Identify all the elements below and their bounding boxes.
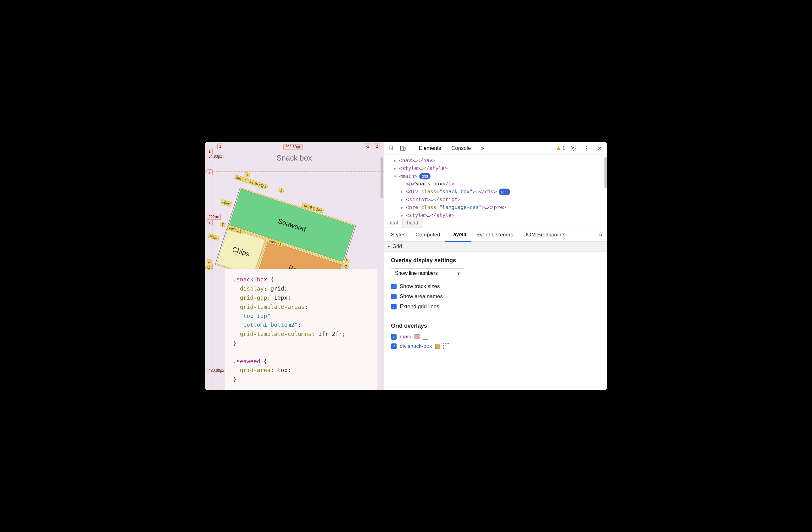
grid-line-number: 1 [217, 143, 223, 149]
dom-node[interactable]: ▶<script>…</script> [390, 196, 605, 204]
disclosure-triangle-icon: ▼ [387, 244, 391, 248]
close-icon[interactable] [595, 143, 605, 153]
styles-subtabs: Styles Computed Layout Event Listeners D… [384, 228, 607, 242]
color-swatch[interactable] [435, 344, 440, 349]
dom-node[interactable]: ▶<div class="snack-box">…</div>grid [390, 188, 605, 196]
warning-icon [556, 146, 561, 151]
grid-dimension: 80px [208, 233, 219, 241]
grid-section-header[interactable]: ▼ Grid [384, 242, 607, 252]
device-toolbar-icon[interactable] [398, 143, 408, 153]
page-preview: 1 -1 2 393.60px 1 64.80px 2 222px 3 3 48… [205, 142, 384, 390]
grid-overlay-row: ✓ div.snack-box [391, 343, 600, 349]
color-swatch[interactable] [415, 334, 420, 339]
breadcrumb: html head [384, 218, 607, 228]
checkbox[interactable]: ✓ [391, 284, 396, 289]
grid-line-number: 2 [207, 169, 213, 175]
subtab-event-listeners[interactable]: Event Listeners [472, 228, 518, 242]
svg-point-5 [586, 148, 587, 149]
dom-node[interactable]: ▶<style>…</style> [390, 212, 605, 218]
devtools-panel: Elements Console » 1 ▶<nav>…</nav>▶<st [384, 142, 607, 390]
highlight-element-icon[interactable] [423, 334, 428, 340]
grid-dimension: 80px [220, 199, 232, 207]
gridline-v [213, 142, 213, 390]
settings-icon[interactable] [568, 143, 578, 153]
dom-node[interactable]: ▶<style>…</style> [390, 165, 605, 172]
svg-point-4 [586, 146, 587, 147]
svg-rect-2 [404, 147, 405, 150]
svg-rect-1 [401, 146, 403, 150]
devtools-toolbar: Elements Console » 1 [384, 142, 607, 155]
grid-overlay-row: ✓ main [391, 334, 600, 340]
check-area-names: ✓ Show area names [391, 293, 600, 300]
grid-line-number: 3 [207, 220, 213, 225]
page-title: Snack box [205, 154, 384, 163]
tab-console[interactable]: Console [447, 142, 475, 155]
svg-point-6 [586, 149, 587, 150]
grid-line-number: 2 [220, 222, 226, 227]
grid-area-name: top [234, 175, 243, 181]
devtools-window: 1 -1 2 393.60px 1 64.80px 2 222px 3 3 48… [205, 142, 607, 390]
subtab-layout[interactable]: Layout [445, 228, 472, 242]
grid-line-number: 2 [278, 187, 285, 193]
overlay-element-name: div.snack-box [400, 343, 432, 349]
grid-overlays-title: Grid overlays [391, 323, 600, 329]
subtab-dom-breakpoints[interactable]: DOM Breakpoints [518, 228, 570, 242]
grid-track-size: 1fr·96.66px [247, 179, 268, 189]
grid-dimension: 480.60px [207, 368, 226, 373]
grid-line-number: -3 [342, 263, 349, 269]
subtab-styles[interactable]: Styles [386, 228, 410, 242]
grid-dimension: 222px [207, 214, 221, 220]
kebab-menu-icon[interactable] [581, 143, 592, 153]
inspect-element-icon[interactable] [387, 143, 396, 153]
css-code-panel: .snack-box { display: grid; grid-gap: 10… [225, 269, 377, 390]
grid-line-number: 1 [242, 177, 248, 183]
highlight-element-icon[interactable] [444, 344, 449, 349]
css-code: .snack-box { display: grid; grid-gap: 10… [233, 275, 369, 384]
dom-node[interactable]: ▶<nav>…</nav> [390, 157, 605, 165]
svg-point-3 [573, 147, 574, 149]
overlay-settings-title: Overlay display settings [391, 257, 600, 264]
dom-tree[interactable]: ▶<nav>…</nav>▶<style>…</style>▼<main>gri… [384, 155, 607, 218]
subtab-more[interactable]: » [596, 231, 605, 238]
check-extend-lines: ✓ Extend grid lines [391, 304, 600, 310]
warning-count[interactable]: 1 [556, 145, 565, 151]
checkbox[interactable]: ✓ [391, 304, 396, 309]
tab-elements[interactable]: Elements [415, 142, 446, 155]
dom-node[interactable]: ▼<main>grid [390, 172, 605, 180]
dom-node[interactable]: ▶<pre class="language-css">…</pre> [390, 204, 605, 212]
grid-line-number: -1 [364, 143, 371, 149]
grid-line-number: 3 [344, 258, 350, 264]
tab-more[interactable]: » [476, 142, 488, 155]
subtab-computed[interactable]: Computed [410, 228, 445, 242]
breadcrumb-html[interactable]: html [384, 218, 402, 228]
overlay-element-name: main [400, 334, 411, 340]
checkbox[interactable]: ✓ [391, 344, 396, 349]
separator [411, 144, 411, 152]
checkbox[interactable]: ✓ [391, 294, 396, 299]
check-track-sizes: ✓ Show track sizes [391, 283, 600, 290]
line-numbers-select[interactable]: Show line numbers [391, 268, 463, 278]
grid-line-number: 1 [244, 172, 251, 178]
breadcrumb-head[interactable]: head [402, 218, 423, 228]
grid-line-number: 2 [374, 143, 380, 149]
grid-dimension: 393.60px [284, 144, 303, 150]
checkbox[interactable]: ✓ [391, 334, 396, 340]
layout-panel-body: Overlay display settings Show line numbe… [384, 252, 607, 390]
divider [384, 316, 607, 317]
dom-node[interactable]: <p>Snack box</p> [390, 180, 605, 188]
